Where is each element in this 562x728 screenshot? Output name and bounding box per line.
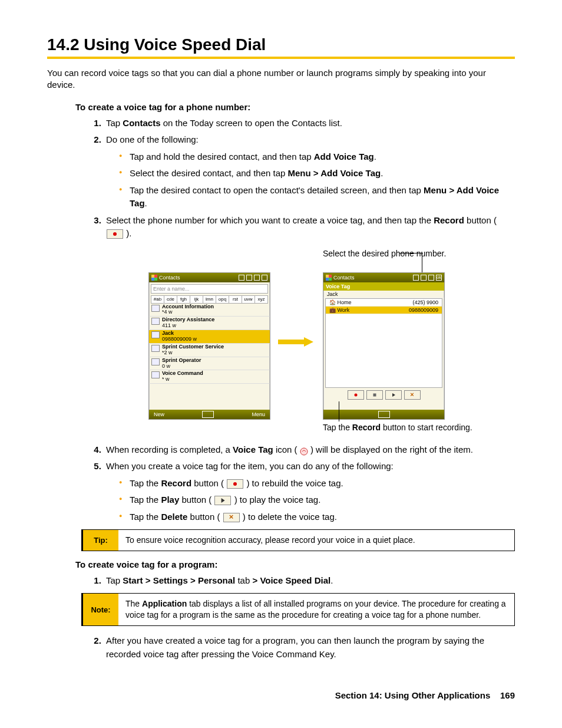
step-4: When recording is completed, a Voice Tag…	[104, 443, 515, 457]
section-heading: 14.2 Using Voice Speed Dial	[47, 35, 515, 54]
screenshot-voice-tag: Contacts ok Voice Tag Jack 🏠 Home (425) …	[323, 272, 445, 420]
steps-list-2: When recording is completed, a Voice Tag…	[88, 443, 515, 524]
close-icon	[262, 275, 267, 281]
step-3: Select the phone number for which you wa…	[104, 214, 515, 241]
keyboard-icon	[378, 411, 390, 418]
number-row-selected: 💼 Work 0988009009	[326, 307, 442, 314]
voice-tag-header: Voice Tag	[323, 282, 444, 291]
bullet: Tap the desired contact to open the cont…	[118, 184, 515, 210]
phone-titlebar: Contacts ok	[323, 273, 444, 282]
subheading-program: To create voice tag for a program:	[75, 559, 515, 569]
step-2: Do one of the following: Tap and hold th…	[104, 133, 515, 210]
contact-row: Voice Command* w	[149, 370, 270, 384]
program-step-2: After you have created a voice tag for a…	[104, 634, 515, 661]
status-icon	[413, 275, 419, 281]
play-icon	[214, 496, 231, 505]
subheading-phone-number: To create a voice tag for a phone number…	[75, 102, 515, 112]
bullet: Tap the Record button ( ) to rebuild the…	[118, 477, 515, 490]
alpha-tabs: #ab cde fgh ijk lmn opq rst uvw xyz	[151, 295, 268, 304]
tip-text: To ensure voice recognition accuracy, pl…	[118, 530, 514, 551]
program-step-1: Tap Start > Settings > Personal tab > Vo…	[104, 574, 515, 588]
record-icon	[107, 229, 123, 239]
signal-icon	[421, 275, 427, 281]
contact-icon	[151, 345, 160, 352]
bullet: Tap the Delete button ( ) to delete the …	[118, 510, 515, 524]
contact-icon	[151, 371, 160, 378]
contact-row: Directory Assistance411 w	[149, 317, 270, 330]
bullet: Tap the Play button ( ) to play the voic…	[118, 493, 515, 507]
phone-softkeys	[323, 410, 444, 419]
page-footer: Section 14: Using Other Applications 169	[47, 690, 515, 700]
step-1: Tap Contacts on the Today screen to open…	[104, 117, 515, 130]
tip-label: Tip:	[83, 530, 118, 551]
callout-select-number: Select the desired phone number.	[323, 249, 446, 259]
volume-icon	[428, 275, 434, 281]
step-2-bullets: Tap and hold the desired contact, and th…	[118, 150, 515, 210]
contact-icon	[151, 358, 160, 365]
figure: Select the desired phone number. Contact…	[112, 249, 515, 437]
tip-box: Tip: To ensure voice recognition accurac…	[81, 529, 515, 551]
play-button	[385, 390, 402, 400]
steps-list-4: After you have created a voice tag for a…	[88, 634, 515, 661]
contact-row: Account Information*4 w	[149, 304, 270, 317]
contact-row: Sprint Operator0 w	[149, 357, 270, 371]
arrow-icon	[278, 337, 313, 347]
record-button	[348, 390, 364, 400]
windows-icon	[326, 275, 332, 281]
signal-icon	[246, 275, 252, 281]
svg-point-0	[300, 448, 308, 455]
number-row: 🏠 Home (425) 9900	[326, 299, 442, 307]
status-icon	[239, 275, 244, 281]
delete-icon	[223, 513, 240, 522]
delete-button	[404, 390, 421, 400]
voice-tag-icon	[300, 446, 308, 454]
note-label: Note:	[83, 594, 118, 625]
ok-button: ok	[436, 275, 442, 281]
note-box: Note: The Application tab displays a lis…	[81, 593, 515, 626]
steps-list-3: Tap Start > Settings > Personal tab > Vo…	[88, 574, 515, 588]
bullet: Select the desired contact, and then tap…	[118, 167, 515, 180]
volume-icon	[254, 275, 260, 281]
name-input: Enter a name...	[151, 284, 268, 294]
callout-record: Tap the Record button to start recording…	[323, 423, 472, 433]
windows-icon	[151, 275, 157, 281]
phone-titlebar: Contacts	[149, 273, 270, 282]
bullet: Tap and hold the desired contact, and th…	[118, 150, 515, 164]
steps-list-1: Tap Contacts on the Today screen to open…	[88, 117, 515, 241]
recorder-controls	[323, 390, 444, 400]
heading-rule	[47, 57, 515, 59]
contact-row: Sprint Customer Service*2 w	[149, 344, 270, 357]
contact-name: Jack	[323, 291, 444, 298]
intro-paragraph: You can record voice tags so that you ca…	[47, 67, 515, 91]
step-5: When you create a voice tag for the item…	[104, 460, 515, 523]
record-icon	[227, 479, 243, 489]
note-text: The Application tab displays a list of a…	[118, 594, 514, 625]
step-5-bullets: Tap the Record button ( ) to rebuild the…	[118, 477, 515, 524]
contact-icon	[151, 305, 160, 312]
stop-button	[366, 390, 383, 400]
number-list: 🏠 Home (425) 9900 💼 Work 0988009009	[325, 298, 442, 388]
screenshot-contacts-list: Contacts Enter a name... #ab cde fgh ijk…	[148, 272, 270, 420]
contact-icon	[151, 331, 160, 338]
contact-row-selected: Jack0988009009 w	[149, 330, 270, 344]
keyboard-icon	[202, 411, 214, 418]
phone-softkeys: New Menu	[149, 410, 270, 419]
contact-icon	[151, 318, 160, 325]
